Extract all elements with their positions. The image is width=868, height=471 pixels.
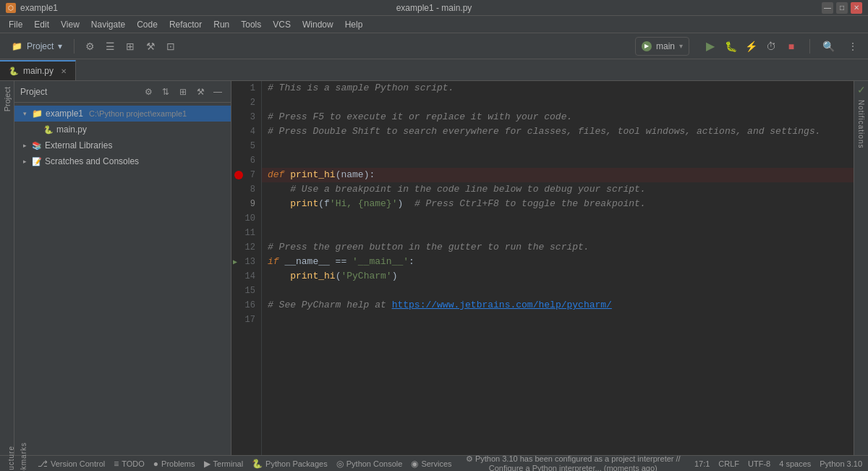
right-sidebar: ✓ Notifications xyxy=(854,81,868,455)
menu-run[interactable]: Run xyxy=(208,17,235,33)
line-ending-label: CRLF xyxy=(718,459,739,468)
cursor-position: 17:1 xyxy=(694,459,710,468)
status-position[interactable]: 17:1 xyxy=(694,459,710,468)
toolbar-expand-btn[interactable]: ⊡ xyxy=(161,37,180,56)
toolbar: 📁 Project ▾ ⚙ ☰ ⊞ ⚒ ⊡ ▶ main ▾ ▶ 🐛 ⚡ ⏱ ■… xyxy=(0,33,868,59)
project-label: Project xyxy=(27,41,54,51)
code-line-5 xyxy=(262,139,854,153)
checkmark-icon: ✓ xyxy=(857,84,866,96)
status-line-ending[interactable]: CRLF xyxy=(718,459,739,468)
toolbar-run-buttons: ▶ 🐛 ⚡ ⏱ ■ xyxy=(701,37,801,56)
status-message: ⚙ Python 3.10 has been configured as a p… xyxy=(461,454,686,471)
status-python-packages[interactable]: 🐍 Python Packages xyxy=(252,459,328,469)
toolbar-settings-btn[interactable]: ⚙ xyxy=(80,37,99,56)
status-todo[interactable]: ≡ TODO xyxy=(114,459,145,469)
menu-code[interactable]: Code xyxy=(131,17,163,33)
line-num-12: 12 xyxy=(231,240,261,255)
tree-expand-all-btn[interactable]: ⊞ xyxy=(176,85,190,99)
code-line-11 xyxy=(262,226,854,240)
tree-item-scratches[interactable]: 📝 Scratches and Consoles xyxy=(14,153,231,169)
run-button[interactable]: ▶ xyxy=(701,37,720,56)
status-bar: Structure Bookmarks ⎇ Version Control ≡ … xyxy=(0,455,868,471)
menu-vcs[interactable]: VCS xyxy=(267,17,297,33)
app-icon: ⬡ xyxy=(6,3,16,13)
toolbar-config-btn[interactable]: ⚒ xyxy=(141,37,160,56)
project-dropdown[interactable]: 📁 Project ▾ xyxy=(6,37,68,56)
run-config-selector[interactable]: ▶ main ▾ xyxy=(635,37,689,56)
code-area[interactable]: # This is a sample Python script. # Pres… xyxy=(262,81,854,455)
project-tree-title: Project xyxy=(20,87,138,97)
title-bar: ⬡ example1 example1 - main.py — □ ✕ xyxy=(0,0,868,16)
editor-area[interactable]: 1 2 3 4 5 6 7 8 9 10 11 12 13▶ 14 15 16 … xyxy=(231,81,854,455)
close-button[interactable]: ✕ xyxy=(851,2,862,14)
minimize-button[interactable]: — xyxy=(822,2,833,14)
line-num-14: 14 xyxy=(231,269,261,284)
tree-sort-btn[interactable]: ⇅ xyxy=(158,85,173,99)
tree-collapse-btn[interactable]: ⚒ xyxy=(193,85,208,99)
terminal-icon: ▶ xyxy=(204,459,210,469)
menu-bar: File Edit View Navigate Code Refactor Ru… xyxy=(0,16,868,33)
project-panel-label[interactable]: Project xyxy=(3,81,12,117)
code-line-14: print_hi('PyCharm') xyxy=(262,269,854,284)
menu-navigate[interactable]: Navigate xyxy=(85,17,131,33)
tab-close-icon[interactable]: ✕ xyxy=(61,67,67,75)
status-problems[interactable]: ● Problems xyxy=(153,459,195,469)
terminal-label: Terminal xyxy=(213,459,244,468)
code-line-12: # Press the green button in the gutter t… xyxy=(262,240,854,255)
line-num-8: 8 xyxy=(231,182,261,197)
tree-close-btn[interactable]: — xyxy=(210,85,225,99)
python-packages-icon: 🐍 xyxy=(252,459,263,469)
run-config-name: main xyxy=(656,41,675,51)
title-bar-left: ⬡ example1 xyxy=(6,3,58,13)
notifications-panel-label[interactable]: Notifications xyxy=(856,96,867,153)
tab-main-py[interactable]: 🐍 main.py ✕ xyxy=(0,60,76,80)
main-content: Project Project ⚙ ⇅ ⊞ ⚒ — 📁 example1 C:\… xyxy=(0,81,868,455)
window-controls: — □ ✕ xyxy=(822,2,862,14)
lib-icon-ext-libs: 📚 xyxy=(32,141,42,150)
search-everywhere-button[interactable]: 🔍 xyxy=(819,37,838,56)
code-line-7: def print_hi(name): xyxy=(262,168,854,182)
coverage-button[interactable]: ⚡ xyxy=(741,37,760,56)
menu-tools[interactable]: Tools xyxy=(235,17,267,33)
code-line-10 xyxy=(262,211,854,226)
code-line-15 xyxy=(262,284,854,298)
status-python-version[interactable]: Python 3.10 xyxy=(820,459,862,468)
line-num-17: 17 xyxy=(231,313,261,327)
status-python-console[interactable]: ◎ Python Console xyxy=(336,459,403,469)
menu-file[interactable]: File xyxy=(3,17,28,33)
todo-label: TODO xyxy=(122,459,145,468)
menu-view[interactable]: View xyxy=(55,17,85,33)
menu-window[interactable]: Window xyxy=(297,17,339,33)
line-num-13: 13▶ xyxy=(231,255,261,269)
settings-button[interactable]: ⋮ xyxy=(843,37,862,56)
status-charset[interactable]: UTF-8 xyxy=(748,459,770,468)
tree-item-main-py[interactable]: 🐍 main.py xyxy=(14,122,231,137)
debug-button[interactable]: 🐛 xyxy=(721,37,740,56)
folder-icon-example1: 📁 xyxy=(32,109,43,119)
tree-item-ext-libs[interactable]: 📚 External Libraries xyxy=(14,137,231,153)
tree-gear-btn[interactable]: ⚙ xyxy=(141,85,156,99)
scratch-icon-scratches: 📝 xyxy=(32,157,42,166)
status-services[interactable]: ◉ Services xyxy=(411,459,451,469)
file-icon-main-py: 🐍 xyxy=(43,125,54,135)
toolbar-split-btn[interactable]: ⊞ xyxy=(121,37,140,56)
status-terminal[interactable]: ▶ Terminal xyxy=(204,459,244,469)
line-num-5: 5 xyxy=(231,139,261,153)
structure-bottom-label[interactable]: Structure xyxy=(6,446,17,471)
line-num-4: 4 xyxy=(231,124,261,139)
tree-item-example1[interactable]: 📁 example1 C:\Python project\example1 xyxy=(14,106,231,122)
menu-help[interactable]: Help xyxy=(339,17,369,33)
bookmarks-bottom-label[interactable]: Bookmarks xyxy=(18,442,29,471)
toolbar-bookmark-btn[interactable]: ☰ xyxy=(101,37,119,56)
stop-button[interactable]: ■ xyxy=(782,37,801,56)
status-indent[interactable]: 4 spaces xyxy=(779,459,811,468)
maximize-button[interactable]: □ xyxy=(836,2,848,14)
menu-refactor[interactable]: Refactor xyxy=(163,17,208,33)
menu-edit[interactable]: Edit xyxy=(28,17,55,33)
run-config-arrow-icon: ▾ xyxy=(679,42,683,50)
line-num-3: 3 xyxy=(231,110,261,124)
toolbar-left: 📁 Project ▾ xyxy=(6,37,68,56)
profile-button[interactable]: ⏱ xyxy=(762,37,780,56)
tree-arrow-example1 xyxy=(20,109,29,118)
status-version-control[interactable]: ⎇ Version Control xyxy=(38,459,105,469)
